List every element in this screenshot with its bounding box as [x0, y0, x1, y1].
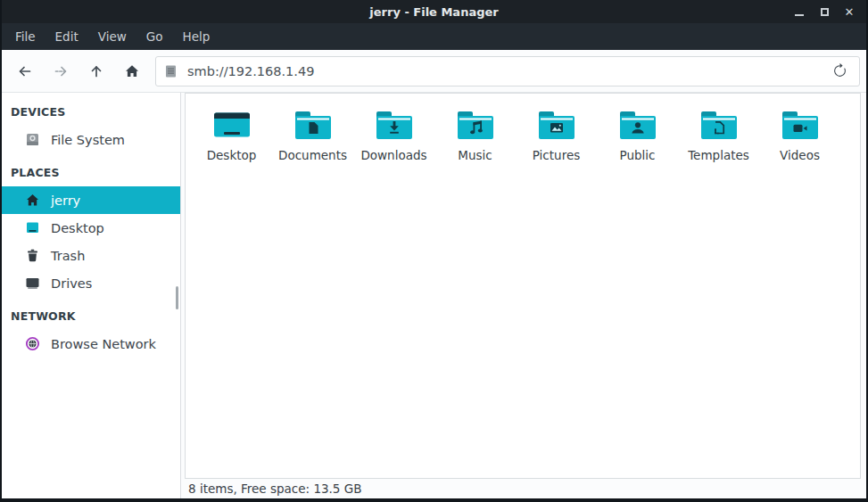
- file-label: Templates: [688, 148, 749, 162]
- desktop-icon: [25, 220, 40, 235]
- home-icon: [25, 193, 40, 208]
- trash-icon: [25, 248, 40, 263]
- sidebar-item-file-system[interactable]: File System: [2, 126, 180, 153]
- file-item-public[interactable]: Public: [597, 108, 678, 162]
- sidebar-scrollbar[interactable]: [176, 286, 178, 309]
- sidebar-item-drives[interactable]: Drives: [2, 269, 180, 297]
- sidebar-item-label: Desktop: [51, 221, 104, 235]
- titlebar: jerry - File Manager ✕: [2, 0, 866, 23]
- maximize-icon: [821, 8, 829, 16]
- file-label: Documents: [278, 148, 347, 162]
- close-icon: ✕: [845, 6, 855, 18]
- close-button[interactable]: ✕: [841, 4, 857, 20]
- sidebar-item-browse-network[interactable]: Browse Network: [2, 330, 180, 358]
- up-button[interactable]: [79, 55, 114, 87]
- desktop-folder-icon: [211, 108, 253, 144]
- menu-view[interactable]: View: [88, 23, 136, 50]
- content-area: DEVICES File System PLACES jerry Desktop: [2, 93, 866, 498]
- file-label: Public: [620, 148, 656, 162]
- sidebar: DEVICES File System PLACES jerry Desktop: [2, 93, 181, 498]
- up-icon: [88, 63, 104, 79]
- window-controls: ✕: [791, 0, 857, 23]
- back-icon: [17, 63, 33, 79]
- home-icon: [124, 63, 140, 79]
- file-item-music[interactable]: Music: [434, 108, 516, 162]
- file-label: Music: [458, 148, 492, 162]
- file-label: Downloads: [360, 148, 426, 162]
- statusbar: 8 items, Free space: 13.5 GB: [181, 479, 866, 498]
- public-folder-icon: [616, 108, 659, 144]
- menu-edit[interactable]: Edit: [45, 23, 88, 50]
- maximize-button[interactable]: [816, 4, 832, 20]
- toolbar: smb://192.168.1.49: [2, 50, 866, 93]
- main-column: Desktop Documents: [181, 93, 866, 498]
- forward-button[interactable]: [43, 55, 79, 87]
- menu-file[interactable]: File: [5, 23, 45, 50]
- file-item-documents[interactable]: Documents: [272, 108, 353, 162]
- music-folder-icon: [454, 108, 497, 144]
- sidebar-item-jerry[interactable]: jerry: [2, 186, 180, 214]
- sidebar-header-network: NETWORK: [2, 297, 180, 330]
- sidebar-item-label: Browse Network: [51, 337, 156, 351]
- forward-icon: [53, 63, 69, 79]
- menu-go[interactable]: Go: [136, 23, 173, 50]
- file-label: Desktop: [207, 148, 257, 162]
- sidebar-item-label: jerry: [51, 193, 80, 208]
- network-globe-icon: [25, 336, 40, 351]
- window-title: jerry - File Manager: [369, 5, 498, 19]
- sidebar-item-desktop[interactable]: Desktop: [2, 214, 180, 242]
- menubar: File Edit View Go Help: [2, 23, 866, 50]
- sidebar-item-label: Drives: [51, 276, 92, 291]
- location-file-icon: [165, 64, 177, 78]
- statusbar-text: 8 items, Free space: 13.5 GB: [188, 481, 361, 496]
- file-view[interactable]: Desktop Documents: [185, 93, 861, 479]
- downloads-folder-icon: [373, 108, 416, 144]
- address-text[interactable]: smb://192.168.1.49: [187, 64, 829, 78]
- sidebar-header-devices: DEVICES: [2, 93, 180, 126]
- reload-button[interactable]: [829, 61, 850, 82]
- file-item-downloads[interactable]: Downloads: [353, 108, 434, 162]
- home-button[interactable]: [114, 55, 150, 87]
- sidebar-item-label: Trash: [51, 249, 85, 263]
- back-button[interactable]: [7, 55, 43, 87]
- icon-grid: Desktop Documents: [186, 94, 860, 162]
- templates-folder-icon: [698, 108, 740, 144]
- sidebar-item-trash[interactable]: Trash: [2, 242, 180, 269]
- sidebar-header-places: PLACES: [2, 153, 180, 186]
- file-label: Pictures: [533, 148, 580, 162]
- file-item-pictures[interactable]: Pictures: [516, 108, 597, 162]
- filesystem-drive-icon: [25, 132, 40, 147]
- menu-help[interactable]: Help: [173, 23, 220, 50]
- pictures-folder-icon: [535, 108, 578, 144]
- sidebar-item-label: File System: [51, 133, 125, 147]
- file-label: Videos: [780, 148, 820, 162]
- address-bar[interactable]: smb://192.168.1.49: [155, 56, 860, 86]
- reload-icon: [832, 63, 847, 78]
- minimize-icon: [795, 14, 804, 16]
- file-item-desktop[interactable]: Desktop: [191, 108, 272, 162]
- file-item-templates[interactable]: Templates: [678, 108, 759, 162]
- drives-icon: [25, 276, 40, 291]
- file-manager-window: jerry - File Manager ✕ File Edit View Go…: [0, 0, 868, 502]
- file-item-videos[interactable]: Videos: [759, 108, 840, 162]
- minimize-button[interactable]: [791, 4, 807, 20]
- videos-folder-icon: [779, 108, 822, 144]
- documents-folder-icon: [292, 108, 335, 144]
